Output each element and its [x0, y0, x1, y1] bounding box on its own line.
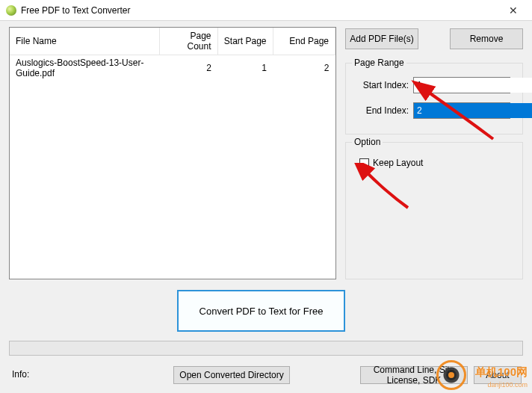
add-pdf-button[interactable]: Add PDF File(s) [345, 28, 418, 49]
end-index-label: End Index: [356, 105, 409, 116]
end-index-input[interactable] [414, 103, 532, 118]
cell-file-name: Auslogics-BoostSpeed-13-User-Guide.pdf [10, 55, 159, 81]
option-legend: Option [352, 137, 383, 147]
convert-button[interactable]: Convert PDF to Text for Free [177, 290, 345, 332]
checkbox-box-icon [359, 158, 369, 168]
remove-button[interactable]: Remove [450, 28, 523, 49]
page-range-group: Page Range Start Index: ▲ ▼ End Index: ▲… [345, 63, 523, 134]
cell-page-count: 2 [159, 55, 217, 81]
start-index-input[interactable] [414, 78, 532, 93]
col-start-page[interactable]: Start Page [217, 28, 273, 55]
titlebar: Free PDF to Text Converter ✕ [0, 0, 532, 21]
start-index-label: Start Index: [356, 80, 409, 90]
window-title: Free PDF to Text Converter [21, 5, 499, 16]
keep-layout-checkbox[interactable]: Keep Layout [359, 158, 423, 168]
open-directory-button[interactable]: Open Converted Directory [173, 366, 290, 384]
file-list[interactable]: File Name Page Count Start Page End Page… [9, 27, 336, 279]
start-index-stepper[interactable]: ▲ ▼ [413, 77, 510, 93]
end-index-stepper[interactable]: ▲ ▼ [413, 102, 510, 119]
option-group: Option Keep Layout [345, 142, 523, 279]
col-file-name[interactable]: File Name [10, 28, 159, 55]
cell-end-page: 2 [273, 55, 335, 81]
col-page-count[interactable]: Page Count [159, 28, 217, 55]
command-line-button[interactable]: Command Line, Site License, SDK [360, 366, 468, 384]
about-button[interactable]: About [474, 366, 522, 384]
status-bar [9, 341, 523, 356]
table-header-row: File Name Page Count Start Page End Page [10, 28, 335, 55]
keep-layout-label: Keep Layout [373, 158, 423, 168]
page-range-legend: Page Range [352, 58, 406, 68]
close-button[interactable]: ✕ [499, 2, 528, 19]
info-label: Info: [12, 369, 29, 380]
col-end-page[interactable]: End Page [273, 28, 335, 55]
table-row[interactable]: Auslogics-BoostSpeed-13-User-Guide.pdf 2… [10, 55, 335, 81]
cell-start-page: 1 [217, 55, 273, 81]
app-icon [6, 5, 16, 16]
